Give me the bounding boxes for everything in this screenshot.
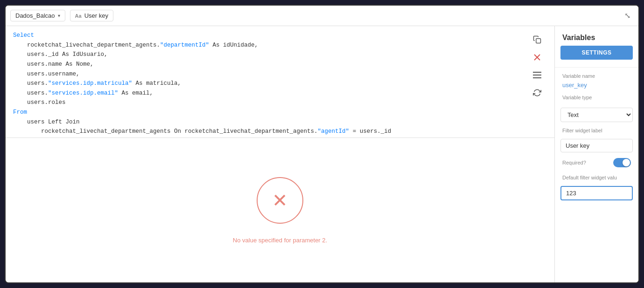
minimize-button[interactable]: ⤡ xyxy=(621,9,634,22)
svg-rect-0 xyxy=(536,39,541,43)
code-line: users.name As Nome, xyxy=(13,60,547,69)
code-line: users."services.idp.matricula" As matric… xyxy=(13,79,547,89)
variable-type-field: Variable type xyxy=(555,91,638,104)
menu-button[interactable] xyxy=(530,68,544,82)
code-line: From xyxy=(13,108,547,117)
edit-icon-button[interactable] xyxy=(530,50,544,64)
variable-tag: Aa User key xyxy=(70,10,113,21)
code-line: Select xyxy=(13,31,547,41)
default-filter-label: Default filter widget valu xyxy=(562,175,631,180)
code-line: users.roles xyxy=(13,98,547,108)
divider xyxy=(555,67,638,68)
code-line: users._id As IdUsuario, xyxy=(13,50,547,60)
error-x-icon: ✕ xyxy=(272,191,288,210)
filter-widget-input[interactable] xyxy=(560,139,633,152)
main-content: Select rocketchat_livechat_department_ag… xyxy=(6,26,638,282)
variables-title: Variables xyxy=(555,26,638,46)
code-line: rocketchat_livechat_department_agents."d… xyxy=(13,41,547,50)
text-type-icon: Aa xyxy=(75,13,82,19)
header: Dados_Balcao ▾ Aa User key ⤡ xyxy=(6,6,638,26)
result-area: ✕ No value specified for parameter 2. xyxy=(6,138,554,282)
code-editor[interactable]: Select rocketchat_livechat_department_ag… xyxy=(6,26,554,138)
error-circle: ✕ xyxy=(257,177,303,224)
variable-tag-label: User key xyxy=(84,12,108,19)
code-result-split: Select rocketchat_livechat_department_ag… xyxy=(6,26,554,282)
copy-button[interactable] xyxy=(530,33,544,47)
settings-button[interactable]: SETTINGS xyxy=(560,46,633,60)
code-line: users.username, xyxy=(13,69,547,79)
refresh-button[interactable] xyxy=(530,86,544,100)
code-line: users Left Join xyxy=(13,117,547,127)
code-toolbar xyxy=(527,29,547,103)
variable-name-field: Variable name user_key xyxy=(555,69,638,91)
code-line: rocketchat_livechat_department_agents On… xyxy=(13,127,547,137)
filter-widget-label-field: Filter widget label xyxy=(555,124,638,137)
variable-name-value: user_key xyxy=(562,82,587,89)
required-toggle[interactable] xyxy=(613,158,631,167)
variables-panel: Variables SETTINGS Variable name user_ke… xyxy=(554,26,638,282)
variable-type-dropdown[interactable]: Text Number Date xyxy=(560,108,633,122)
required-row: Required? xyxy=(555,154,638,171)
default-filter-field: Default filter widget valu xyxy=(555,171,638,184)
app-container: Dados_Balcao ▾ Aa User key ⤡ Select rock… xyxy=(5,5,639,283)
default-filter-input[interactable] xyxy=(560,186,633,200)
required-label: Required? xyxy=(562,160,586,165)
code-line: users."services.idp.email" As email, xyxy=(13,89,547,98)
filter-widget-label: Filter widget label xyxy=(562,128,631,133)
chevron-down-icon: ▾ xyxy=(58,13,60,18)
dataset-selector[interactable]: Dados_Balcao ▾ xyxy=(10,10,65,21)
variable-type-label: Variable type xyxy=(562,95,631,100)
dataset-label: Dados_Balcao xyxy=(15,12,55,19)
variable-name-label: Variable name xyxy=(562,73,631,79)
error-message: No value specified for parameter 2. xyxy=(233,237,327,244)
